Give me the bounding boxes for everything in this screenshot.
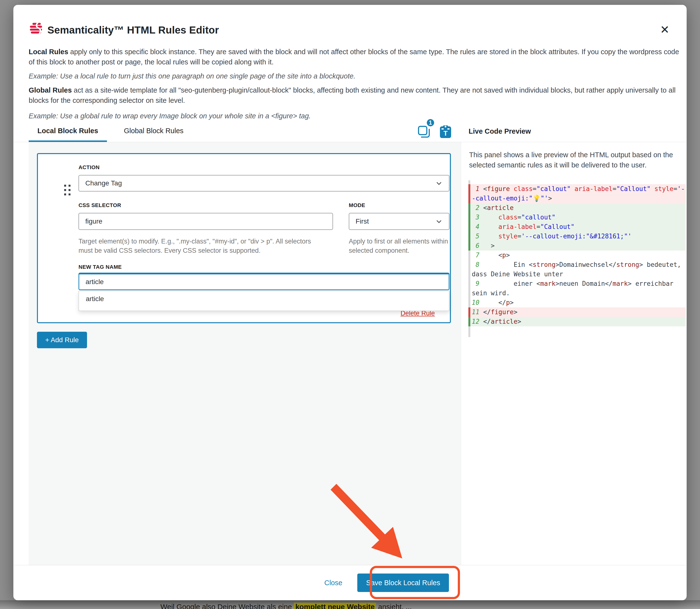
- local-rules-lead: Local Rules: [29, 48, 68, 56]
- add-rule-button[interactable]: + Add Rule: [37, 332, 87, 348]
- css-selector-input[interactable]: [78, 213, 333, 230]
- code-line: 9 einer <mark>neuen Domain</mark> erreic…: [468, 279, 686, 298]
- code-line: 6 >: [468, 241, 686, 250]
- css-selector-help: Target element(s) to modify. E.g., ".my-…: [78, 237, 321, 255]
- new-tag-name-input[interactable]: [78, 273, 450, 290]
- css-selector-label: CSS SELECTOR: [78, 202, 121, 209]
- global-rules-description: Global Rules act as a site-wide template…: [29, 85, 685, 105]
- code-line: 8 Ein <strong>Domainwechsel</strong> bed…: [468, 260, 686, 279]
- code-gutter-stub: [468, 326, 686, 337]
- code-line: 1 <figure class="callout" aria-label="Ca…: [468, 184, 686, 203]
- code-line: 3 class="callout": [468, 213, 686, 222]
- close-icon[interactable]: ✕: [658, 23, 671, 36]
- close-button[interactable]: Close: [323, 579, 344, 587]
- action-select[interactable]: Change Tag: [78, 175, 450, 191]
- rule-card: ACTION Change Tag CSS SELECTOR MODE Firs…: [37, 153, 451, 323]
- new-tag-name-label: NEW TAG NAME: [78, 264, 122, 270]
- local-rules-panel: ACTION Change Tag CSS SELECTOR MODE Firs…: [29, 142, 461, 565]
- live-code-preview-heading: Live Code Preview: [469, 127, 531, 135]
- copy-rules-icon[interactable]: [418, 125, 431, 139]
- copied-rules-count-badge: 1: [426, 118, 435, 127]
- page-background-strip: Weil Google also Deine Website als eine …: [0, 600, 700, 609]
- tab-bar: Local Block Rules Global Block Rules: [29, 121, 192, 142]
- drag-handle-icon[interactable]: [63, 183, 71, 197]
- tab-global-block-rules[interactable]: Global Block Rules: [115, 121, 192, 142]
- semanticality-logo-icon: [28, 22, 44, 36]
- rules-editor-modal: Semanticality™ HTML Rules Editor ✕ Local…: [13, 5, 687, 600]
- background-text: Weil Google also Deine Website als eine …: [160, 603, 412, 609]
- tag-suggestion-item[interactable]: article: [79, 291, 449, 307]
- code-line: 10 </p>: [468, 298, 686, 308]
- svg-text:T: T: [443, 129, 448, 137]
- page-title: Semanticality™ HTML Rules Editor: [47, 24, 219, 36]
- code-line: 12 </article>: [468, 317, 686, 326]
- local-rules-description: Local Rules apply only to this specific …: [29, 47, 685, 67]
- action-label: ACTION: [78, 164, 100, 171]
- mode-help: Apply to first or all elements within se…: [349, 237, 451, 255]
- code-line: 5 style='--callout-emoji:"&#128161;"': [468, 231, 686, 241]
- chevron-down-icon: [435, 218, 443, 225]
- code-gutter-stub: [468, 180, 686, 184]
- preview-description: This panel shows a live preview of the H…: [469, 150, 676, 170]
- global-rules-example: Example: Use a global rule to wrap every…: [29, 111, 685, 121]
- chevron-down-icon: [435, 179, 443, 187]
- local-rules-example: Example: Use a local rule to turn just t…: [29, 71, 685, 81]
- modal-footer: Close Save Block Local Rules: [13, 565, 687, 600]
- save-block-local-rules-button[interactable]: Save Block Local Rules: [357, 574, 449, 592]
- code-line: 2 <article: [468, 203, 686, 213]
- highlighted-text: komplett neue Website: [294, 603, 376, 609]
- screen: { "window": { "title": "Semanticality™ H…: [0, 0, 700, 609]
- code-block: 1 <figure class="callout" aria-label="Ca…: [468, 180, 686, 337]
- tab-local-block-rules[interactable]: Local Block Rules: [29, 121, 107, 142]
- rules-toolbar: 1 T: [416, 116, 464, 143]
- paste-rules-icon[interactable]: T: [439, 125, 452, 139]
- code-line: 7 <p>: [468, 250, 686, 260]
- mode-select[interactable]: First: [349, 213, 450, 230]
- code-line: 4 aria-label="Callout": [468, 222, 686, 231]
- global-rules-lead: Global Rules: [29, 86, 72, 94]
- tag-suggestion-dropdown: article: [78, 291, 450, 311]
- mode-label: MODE: [349, 202, 365, 209]
- code-line: 11 </figure>: [468, 308, 686, 317]
